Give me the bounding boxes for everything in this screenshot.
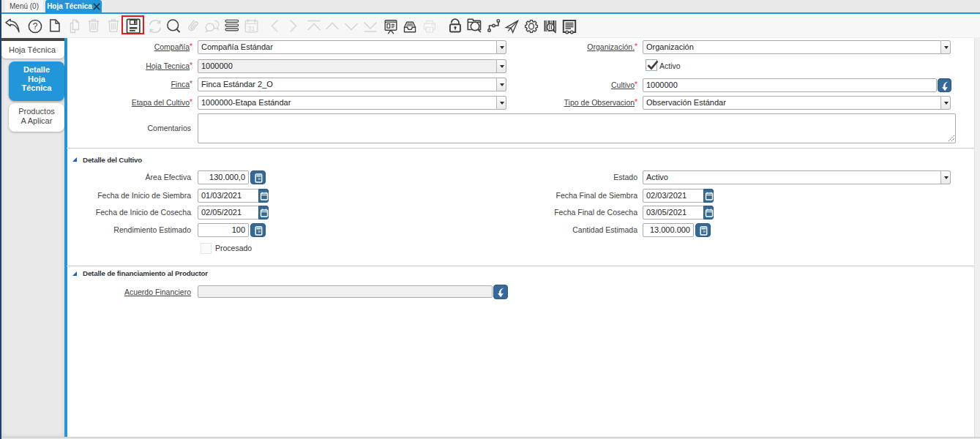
svg-text:?: ?: [33, 21, 38, 31]
svg-text:31: 31: [248, 25, 255, 32]
